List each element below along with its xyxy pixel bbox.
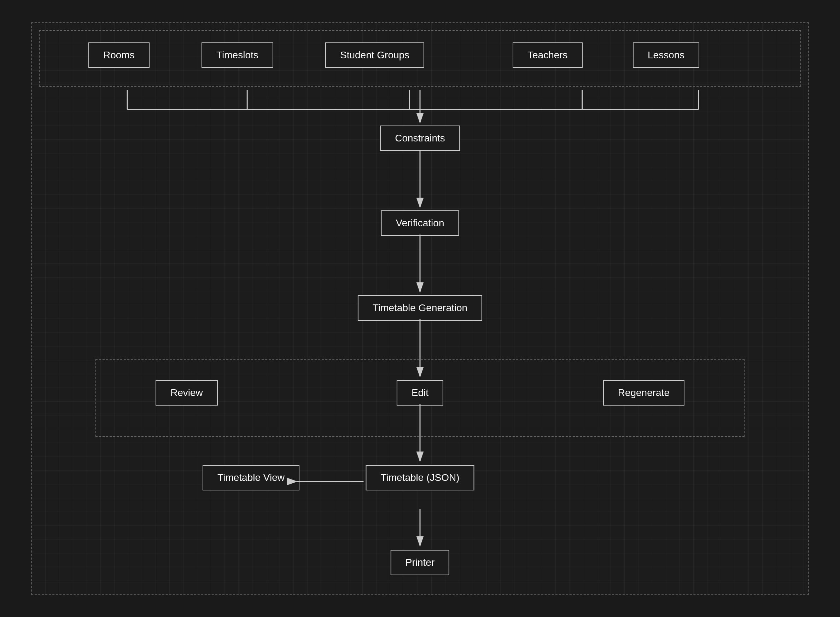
node-verification[interactable]: Verification bbox=[381, 210, 459, 236]
node-edit[interactable]: Edit bbox=[396, 380, 444, 406]
node-timetable-generation[interactable]: Timetable Generation bbox=[358, 295, 482, 321]
node-constraints[interactable]: Constraints bbox=[380, 125, 460, 151]
node-timeslots[interactable]: Timeslots bbox=[202, 43, 273, 68]
node-timetable-view[interactable]: Timetable View bbox=[203, 465, 299, 490]
diagram-canvas: Rooms Timeslots Student Groups Teachers … bbox=[31, 22, 809, 595]
node-printer[interactable]: Printer bbox=[391, 550, 449, 575]
node-regenerate[interactable]: Regenerate bbox=[603, 380, 684, 406]
node-review[interactable]: Review bbox=[156, 380, 218, 406]
node-lessons[interactable]: Lessons bbox=[633, 43, 699, 68]
node-timetable-json[interactable]: Timetable (JSON) bbox=[365, 465, 474, 490]
node-teachers[interactable]: Teachers bbox=[513, 43, 583, 68]
node-student-groups[interactable]: Student Groups bbox=[325, 43, 424, 68]
node-rooms[interactable]: Rooms bbox=[88, 43, 150, 68]
